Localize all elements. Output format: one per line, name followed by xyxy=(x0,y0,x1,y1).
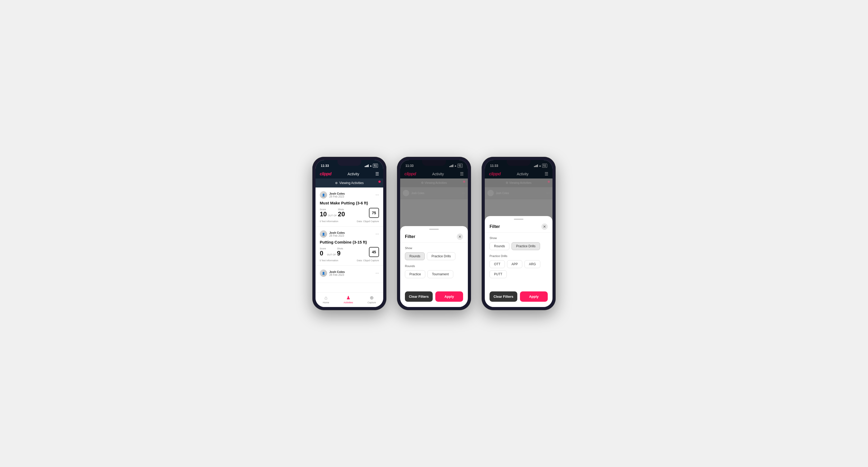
user-name-2: Josh Coles xyxy=(329,231,345,234)
filter-overlay-3: Filter ✕ Show Rounds Practice Drills Pra… xyxy=(485,160,553,307)
apply-btn-3[interactable]: Apply xyxy=(520,291,548,302)
putt-btn-3[interactable]: PUTT xyxy=(490,270,507,278)
rounds-btn-3[interactable]: Rounds xyxy=(490,242,509,250)
nav-home-1[interactable]: ⌂ Home xyxy=(323,295,329,304)
score-value-1: 10 xyxy=(320,211,327,218)
capture-label: Capture xyxy=(368,301,376,304)
data-source-1: Data: Clippd Capture xyxy=(357,220,379,223)
show-label-2: Show xyxy=(405,246,463,250)
avatar-2: 👤 xyxy=(320,230,327,238)
capture-icon: ⊕ xyxy=(370,295,374,301)
user-info-2: 👤 Josh Coles 28 Feb 2023 xyxy=(320,230,345,238)
tournament-btn-2[interactable]: Tournament xyxy=(427,270,453,278)
filter-body-2: Show Rounds Practice Drills Rounds Pract… xyxy=(400,243,468,286)
avatar-1: 👤 xyxy=(320,191,327,198)
filter-actions-2: Clear Filters Apply xyxy=(400,291,468,302)
filter-actions-3: Clear Filters Apply xyxy=(485,291,553,302)
user-info-3: 👤 Josh Coles 28 Feb 2023 xyxy=(320,270,345,277)
user-details-1: Josh Coles 28 Feb 2023 xyxy=(329,192,345,198)
show-buttons-3: Rounds Practice Drills xyxy=(490,242,548,250)
clear-filters-btn-3[interactable]: Clear Filters xyxy=(490,291,517,302)
activity-list-1: 👤 Josh Coles 28 Feb 2023 ··· Must Make P… xyxy=(315,187,383,292)
card-title-1: Must Make Putting (3-6 ft) xyxy=(320,201,379,205)
activity-card-3[interactable]: 👤 Josh Coles 28 Feb 2023 ··· xyxy=(315,266,383,283)
user-date-2: 28 Feb 2023 xyxy=(329,234,345,237)
card-more-2[interactable]: ··· xyxy=(376,232,379,237)
user-info-1: 👤 Josh Coles 28 Feb 2023 xyxy=(320,191,345,198)
nav-capture-1[interactable]: ⊕ Capture xyxy=(368,295,376,304)
bottom-nav-1: ⌂ Home ♟ Activities ⊕ Capture xyxy=(315,292,383,307)
test-info-1: ℹ Test Information xyxy=(320,220,338,223)
shots-value-2: 9 xyxy=(337,250,343,257)
filter-title-3: Filter xyxy=(490,224,500,229)
activity-card-1[interactable]: 👤 Josh Coles 28 Feb 2023 ··· Must Make P… xyxy=(315,187,383,227)
filter-header-2: Filter ✕ xyxy=(400,230,468,243)
shots-group-1: Shots 20 xyxy=(338,208,345,218)
card-more-3[interactable]: ··· xyxy=(376,271,379,276)
out-of-1: OUT OF xyxy=(328,214,337,217)
drill-type-buttons-3: OTT APP ARG PUTT xyxy=(490,260,548,278)
wifi-icon: ▲ xyxy=(369,164,372,167)
practice-drills-btn-2[interactable]: Practice Drills xyxy=(427,252,455,260)
phone-3: 11:33 ▲ 51 clippd Activity ☰ ⚙ Viewing A… xyxy=(482,157,556,310)
ott-btn-3[interactable]: OTT xyxy=(490,260,505,268)
user-details-3: Josh Coles 28 Feb 2023 xyxy=(329,270,345,276)
menu-icon-1[interactable]: ☰ xyxy=(375,172,379,176)
user-date-1: 28 Feb 2023 xyxy=(329,195,345,198)
viewing-dot-1 xyxy=(378,181,380,183)
screen-1: 11:33 ▲ 51 clippd Activity ☰ ⚙ Viewing A… xyxy=(315,160,383,307)
round-type-buttons-2: Practice Tournament xyxy=(405,270,463,278)
rounds-section-label-2: Rounds xyxy=(405,264,463,268)
filter-close-2[interactable]: ✕ xyxy=(457,234,463,240)
card-footer-2: ℹ Test Information Data: Clippd Capture xyxy=(320,259,379,262)
user-details-2: Josh Coles 28 Feb 2023 xyxy=(329,231,345,237)
status-icons-1: ▲ 51 xyxy=(365,164,378,168)
home-label: Home xyxy=(323,301,329,304)
practice-drills-section-label-3: Practice Drills xyxy=(490,254,548,257)
shots-group-2: Shots 9 xyxy=(337,247,343,257)
card-header-1: 👤 Josh Coles 28 Feb 2023 ··· xyxy=(320,191,379,198)
filter-header-3: Filter ✕ xyxy=(485,220,553,233)
activities-label: Activities xyxy=(344,301,353,304)
nav-title-1: Activity xyxy=(347,172,359,176)
filter-modal-2: Filter ✕ Show Rounds Practice Drills Rou… xyxy=(400,226,468,307)
practice-drills-btn-3[interactable]: Practice Drills xyxy=(512,242,540,250)
shot-quality-badge-2: 45 xyxy=(369,247,379,257)
screen-3: 11:33 ▲ 51 clippd Activity ☰ ⚙ Viewing A… xyxy=(485,160,553,307)
activities-icon: ♟ xyxy=(346,295,350,301)
clear-filters-btn-2[interactable]: Clear Filters xyxy=(405,291,433,302)
screen-2: 11:33 ▲ 51 clippd Activity ☰ ⚙ Viewing A… xyxy=(400,160,468,307)
avatar-3: 👤 xyxy=(320,270,327,277)
stats-row-1: Score 10 OUT OF Shots 20 75 xyxy=(320,208,379,218)
filter-close-3[interactable]: ✕ xyxy=(541,223,548,230)
shot-quality-badge-1: 75 xyxy=(369,208,379,218)
score-group-2: Score 0 xyxy=(320,247,326,257)
filter-overlay-2: Filter ✕ Show Rounds Practice Drills Rou… xyxy=(400,160,468,307)
activity-card-2[interactable]: 👤 Josh Coles 28 Feb 2023 ··· Putting Com… xyxy=(315,227,383,266)
apply-btn-2[interactable]: Apply xyxy=(435,291,463,302)
arg-btn-3[interactable]: ARG xyxy=(524,260,540,268)
score-group-1: Score 10 xyxy=(320,208,327,218)
card-header-3: 👤 Josh Coles 28 Feb 2023 ··· xyxy=(320,270,379,277)
nav-bar-1: clippd Activity ☰ xyxy=(315,169,383,179)
card-footer-1: ℹ Test Information Data: Clippd Capture xyxy=(320,220,379,223)
card-header-2: 👤 Josh Coles 28 Feb 2023 ··· xyxy=(320,230,379,238)
user-name-3: Josh Coles xyxy=(329,270,345,274)
app-btn-3[interactable]: APP xyxy=(507,260,522,268)
shots-value-1: 20 xyxy=(338,211,345,218)
show-label-3: Show xyxy=(490,237,548,240)
card-title-2: Putting Combine (3-15 ft) xyxy=(320,240,379,244)
clippd-logo-1: clippd xyxy=(320,172,331,176)
out-of-2: OUT OF xyxy=(327,253,336,256)
filter-icon-1: ⚙ xyxy=(335,181,338,185)
home-icon: ⌂ xyxy=(324,295,328,301)
card-more-1[interactable]: ··· xyxy=(376,192,379,197)
data-source-2: Data: Clippd Capture xyxy=(357,259,379,262)
practice-btn-2[interactable]: Practice xyxy=(405,270,425,278)
filter-modal-3: Filter ✕ Show Rounds Practice Drills Pra… xyxy=(485,216,553,307)
score-value-2: 0 xyxy=(320,250,326,257)
nav-activities-1[interactable]: ♟ Activities xyxy=(344,295,353,304)
viewing-bar-1[interactable]: ⚙ Viewing Activities xyxy=(315,179,383,187)
rounds-btn-2[interactable]: Rounds xyxy=(405,252,425,260)
notch xyxy=(338,160,361,166)
